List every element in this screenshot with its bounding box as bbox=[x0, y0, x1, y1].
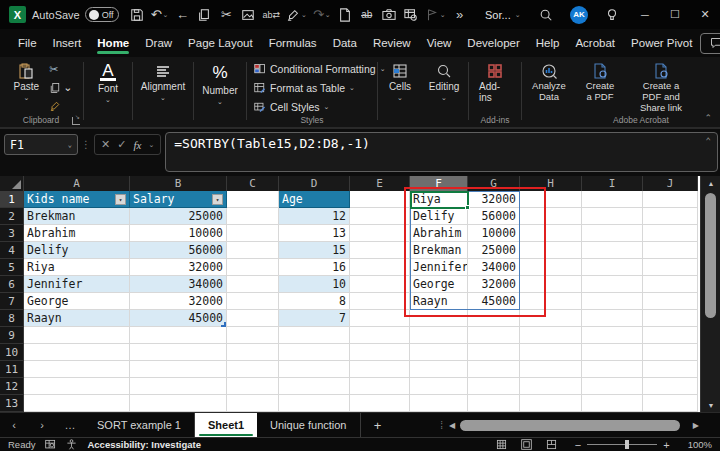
cell-I9[interactable] bbox=[582, 327, 643, 344]
row-header-9[interactable]: 9 bbox=[0, 327, 24, 344]
row-header-7[interactable]: 7 bbox=[0, 293, 24, 310]
cell-E9[interactable] bbox=[350, 327, 410, 344]
cell-D6[interactable]: 10 bbox=[279, 276, 350, 293]
new-file-icon[interactable] bbox=[335, 4, 355, 26]
cell-B8[interactable]: 45000 bbox=[130, 310, 227, 327]
autosave-toggle[interactable]: Off bbox=[85, 7, 119, 22]
cell-I13[interactable] bbox=[582, 395, 643, 412]
sheet-tab-unique-function[interactable]: Unique function bbox=[257, 413, 360, 437]
font-menu-button[interactable]: A Font⌄ bbox=[92, 61, 124, 106]
cell-H8[interactable] bbox=[520, 310, 582, 327]
cell-D12[interactable] bbox=[279, 378, 350, 395]
cell-E12[interactable] bbox=[350, 378, 410, 395]
cell-D3[interactable]: 13 bbox=[279, 225, 350, 242]
scroll-down-icon[interactable]: ▼ bbox=[701, 398, 720, 412]
column-header-A[interactable]: A bbox=[24, 176, 130, 191]
formula-bar-splitter[interactable]: ⋮ bbox=[81, 139, 91, 150]
cell-H3[interactable] bbox=[520, 225, 582, 242]
cell-G6[interactable]: 32000 bbox=[468, 276, 520, 293]
cell-G3[interactable]: 10000 bbox=[468, 225, 520, 242]
avatar[interactable]: AK bbox=[570, 6, 588, 24]
cell-D4[interactable]: 15 bbox=[279, 242, 350, 259]
cell-G10[interactable] bbox=[468, 344, 520, 361]
cell-H9[interactable] bbox=[520, 327, 582, 344]
cell-F13[interactable] bbox=[410, 395, 468, 412]
vertical-scrollbar-thumb[interactable] bbox=[705, 193, 716, 318]
cell-F5[interactable]: Jennifer bbox=[410, 259, 468, 276]
cell-J7[interactable] bbox=[643, 293, 698, 310]
page-layout-view-icon[interactable] bbox=[521, 439, 532, 450]
conditional-formatting-button[interactable]: Conditional Formatting⌄ bbox=[254, 61, 386, 77]
cell-A7[interactable]: George bbox=[24, 293, 130, 310]
row-header-4[interactable]: 4 bbox=[0, 242, 24, 259]
cell-I12[interactable] bbox=[582, 378, 643, 395]
tab-page-layout[interactable]: Page Layout bbox=[180, 32, 261, 55]
strikethrough-icon[interactable]: ab bbox=[357, 4, 377, 26]
cell-G9[interactable] bbox=[468, 327, 520, 344]
horizontal-scrollbar[interactable]: ◀ ▶ bbox=[446, 413, 702, 437]
cell-H4[interactable] bbox=[520, 242, 582, 259]
cell-C12[interactable] bbox=[227, 378, 279, 395]
format-as-table-button[interactable]: Format as Table⌄ bbox=[254, 80, 355, 96]
cell-F1[interactable]: Riya bbox=[410, 191, 468, 208]
cell-B1[interactable]: Salary▾ bbox=[130, 191, 227, 208]
cell-I3[interactable] bbox=[582, 225, 643, 242]
sheet-tab-sort-example-1[interactable]: SORT example 1 bbox=[84, 413, 195, 437]
zoom-slider[interactable] bbox=[587, 444, 657, 445]
tab-developer[interactable]: Developer bbox=[459, 32, 527, 55]
macro-record-icon[interactable] bbox=[45, 439, 56, 450]
cell-A3[interactable]: Abrahim bbox=[24, 225, 130, 242]
cell-C7[interactable] bbox=[227, 293, 279, 310]
minimize-button[interactable]: ─ bbox=[630, 0, 660, 29]
cell-G13[interactable] bbox=[468, 395, 520, 412]
scroll-right-icon[interactable]: ▶ bbox=[690, 421, 702, 430]
cell-H6[interactable] bbox=[520, 276, 582, 293]
cell-A10[interactable] bbox=[24, 344, 130, 361]
cell-E1[interactable] bbox=[350, 191, 410, 208]
row-header-3[interactable]: 3 bbox=[0, 225, 24, 242]
tab-formulas[interactable]: Formulas bbox=[261, 32, 325, 55]
cell-H13[interactable] bbox=[520, 395, 582, 412]
lightbulb-icon[interactable] bbox=[602, 4, 622, 26]
tab-draw[interactable]: Draw bbox=[137, 32, 180, 55]
alignment-menu-button[interactable]: Alignment⌄ bbox=[135, 61, 191, 104]
horizontal-scrollbar-thumb[interactable] bbox=[460, 420, 680, 431]
cell-F9[interactable] bbox=[410, 327, 468, 344]
column-header-H[interactable]: H bbox=[520, 176, 582, 191]
editing-menu-button[interactable]: Editing⌄ bbox=[423, 61, 466, 104]
cell-E7[interactable] bbox=[350, 293, 410, 310]
cell-B11[interactable] bbox=[130, 361, 227, 378]
row-header-1[interactable]: 1 bbox=[0, 191, 24, 208]
cell-F12[interactable] bbox=[410, 378, 468, 395]
cut-button[interactable]: ✂ bbox=[47, 61, 74, 78]
cell-C6[interactable] bbox=[227, 276, 279, 293]
clipboard-dialog-launcher[interactable] bbox=[72, 117, 80, 125]
cell-A5[interactable]: Riya bbox=[24, 259, 130, 276]
cell-A4[interactable]: Delify bbox=[24, 242, 130, 259]
cell-I2[interactable] bbox=[582, 208, 643, 225]
comments-button[interactable]: Comments bbox=[700, 33, 720, 54]
cell-H7[interactable] bbox=[520, 293, 582, 310]
cell-D10[interactable] bbox=[279, 344, 350, 361]
cell-A1[interactable]: Kids name▾ bbox=[24, 191, 130, 208]
cell-G2[interactable]: 56000 bbox=[468, 208, 520, 225]
flag-icon[interactable]: ⌄ bbox=[423, 4, 448, 26]
translate-icon[interactable]: ab⇄ bbox=[260, 4, 282, 26]
cell-B9[interactable] bbox=[130, 327, 227, 344]
redo-icon[interactable]: ↷⌄ bbox=[311, 4, 333, 26]
sheet-tab-sheet1[interactable]: Sheet1 bbox=[195, 413, 257, 437]
cell-F3[interactable]: Abrahim bbox=[410, 225, 468, 242]
cell-E10[interactable] bbox=[350, 344, 410, 361]
cell-J6[interactable] bbox=[643, 276, 698, 293]
cell-G8[interactable] bbox=[468, 310, 520, 327]
cell-G4[interactable]: 25000 bbox=[468, 242, 520, 259]
next-sheet-icon[interactable]: › bbox=[28, 413, 56, 437]
cell-B13[interactable] bbox=[130, 395, 227, 412]
cells-menu-button[interactable]: Cells⌄ bbox=[383, 61, 417, 104]
cell-B2[interactable]: 25000 bbox=[130, 208, 227, 225]
row-header-12[interactable]: 12 bbox=[0, 378, 24, 395]
cell-E5[interactable] bbox=[350, 259, 410, 276]
cell-C11[interactable] bbox=[227, 361, 279, 378]
cell-J4[interactable] bbox=[643, 242, 698, 259]
tab-acrobat[interactable]: Acrobat bbox=[567, 32, 623, 55]
